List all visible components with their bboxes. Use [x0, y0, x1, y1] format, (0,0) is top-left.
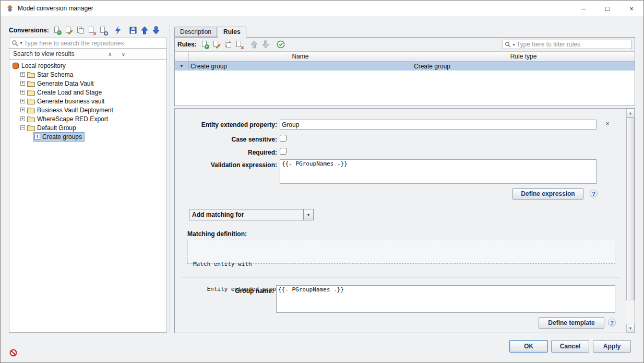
repository-search-box: ▼ [9, 38, 167, 49]
tree-item-create-groups[interactable]: T Create groups [9, 132, 166, 141]
app-icon [6, 4, 14, 13]
window-title: Model conversion manager [18, 5, 93, 12]
help-expression-icon[interactable]: ? [590, 190, 598, 197]
add-conversion-button[interactable]: + [52, 25, 62, 36]
rules-filter-input[interactable] [517, 41, 630, 48]
tree-expander-icon[interactable]: + [20, 72, 25, 77]
matching-definition-line1: Match entity with [193, 260, 610, 268]
case-sensitive-checkbox[interactable] [280, 135, 287, 142]
rule-move-up-button[interactable] [249, 39, 259, 50]
repository-tree: Local repository + Star Schema + Generat… [9, 60, 167, 333]
column-header-selector [175, 52, 189, 61]
tree-expander-icon[interactable]: − [20, 125, 25, 130]
tree-expander-icon[interactable]: + [20, 99, 25, 103]
tree-item-generate-data-vault[interactable]: + Generate Data Vault [9, 79, 166, 88]
tree-item-business-vault-deployment[interactable]: + Business Vault Deployment [9, 106, 166, 114]
tree-item-label: Business Vault Deployment [37, 107, 113, 114]
case-sensitive-label: Case sensitive: [175, 136, 277, 143]
tree-expander-icon[interactable]: + [20, 116, 25, 121]
scroll-up-button[interactable]: ▲ [626, 109, 635, 118]
conversions-label: Conversions: [9, 27, 49, 34]
search-icon [11, 40, 18, 46]
move-conversion-up-button[interactable] [139, 25, 150, 36]
apply-button[interactable]: Apply [593, 340, 631, 353]
tree-expander-icon[interactable]: + [20, 81, 25, 86]
collapse-chevron-down-icon[interactable]: ∨ [122, 51, 125, 57]
cancel-button[interactable]: Cancel [551, 340, 589, 353]
matching-definition-box: Match entity with Entity extended proper… [187, 240, 615, 264]
clear-property-icon[interactable]: × [604, 120, 611, 128]
required-checkbox[interactable] [280, 148, 287, 155]
search-results-header[interactable]: Search to view results ∧ ∨ [9, 49, 167, 60]
group-name-textarea[interactable]: {{- PGroupNames -}} [276, 285, 615, 313]
tree-item-local-repository[interactable]: Local repository [9, 61, 166, 70]
tab-rules[interactable]: Rules [218, 27, 246, 38]
validate-rules-button[interactable] [276, 39, 286, 50]
tab-description[interactable]: Description [174, 27, 217, 37]
folder-icon [27, 71, 35, 78]
validation-expression-textarea[interactable]: {{- PGroupNames -}} [280, 159, 597, 184]
tree-expander-icon[interactable]: + [20, 108, 25, 112]
column-header-rule-type[interactable]: Rule type [412, 52, 635, 61]
collapse-chevron-up-icon[interactable]: ∧ [108, 51, 112, 57]
tree-item-label: Local repository [21, 62, 66, 69]
matching-definition-label: Matching definition: [187, 230, 247, 238]
help-template-icon[interactable]: ? [608, 319, 616, 326]
scroll-down-button[interactable]: ▼ [626, 324, 635, 333]
minimize-button[interactable]: – [571, 1, 595, 16]
delete-conversion-button[interactable]: × [86, 25, 97, 36]
rules-toolbar: Rules: + × [175, 38, 635, 51]
blocked-status-icon [9, 349, 17, 357]
edit-conversion-button[interactable] [63, 25, 74, 36]
column-header-name[interactable]: Name [189, 52, 412, 61]
tree-item-default-group[interactable]: − Default Group [9, 123, 166, 132]
entity-property-label: Entity extended property: [175, 121, 277, 128]
filter-options-chevron-icon[interactable]: ▼ [512, 43, 516, 46]
tree-item-generate-business-vault[interactable]: + Generate business vault [9, 97, 166, 106]
check-circle-icon [277, 40, 285, 49]
entity-property-input[interactable] [280, 120, 597, 130]
arrow-down-disabled-icon [261, 40, 270, 49]
move-conversion-down-button[interactable] [151, 25, 161, 36]
table-row[interactable]: ▼ Create group Create group [175, 62, 635, 71]
repository-icon [12, 62, 19, 69]
cell-name: Create group [189, 62, 412, 71]
save-icon [129, 26, 137, 34]
edit-rule-button[interactable] [211, 39, 221, 50]
search-options-chevron-icon[interactable]: ▼ [19, 41, 23, 45]
copy-conversion-button[interactable] [75, 25, 85, 36]
tree-item-label: Create Load and Stage [37, 89, 102, 96]
copy-rule-button[interactable] [222, 39, 233, 50]
search-results-label: Search to view results [13, 50, 74, 57]
tree-item-label: Create groups [42, 133, 82, 140]
tree-selection: T Create groups [33, 133, 84, 141]
filter-search-icon [505, 41, 511, 48]
define-template-button[interactable]: Define template [539, 317, 604, 329]
define-expression-button[interactable]: Define expression [512, 188, 583, 200]
add-rule-button[interactable]: + [199, 39, 210, 50]
close-button[interactable]: × [619, 1, 643, 16]
delete-icon: × [87, 26, 96, 34]
detail-scrollbar[interactable]: ▲ ▼ [626, 109, 635, 333]
tree-expander-icon[interactable]: + [20, 90, 25, 95]
add-matching-value: Add matching for [189, 209, 303, 220]
delete-rule-button[interactable]: × [234, 39, 244, 50]
repository-search-input[interactable] [24, 40, 164, 47]
section-divider [181, 277, 621, 277]
tree-item-star-schema[interactable]: + Star Schema [9, 70, 166, 79]
rule-detail-panel: Entity extended property: × Case sensiti… [174, 108, 635, 333]
copy-icon [76, 26, 84, 34]
maximize-button[interactable]: □ [595, 1, 619, 16]
rules-panel: Rules: + × [174, 37, 635, 106]
edit-icon [212, 40, 220, 49]
tree-item-create-load-and-stage[interactable]: + Create Load and Stage [9, 88, 166, 97]
find-conversion-button[interactable] [98, 25, 108, 36]
scrollbar-thumb[interactable] [626, 118, 635, 300]
tree-item-wherescape-red-export[interactable]: + WhereScape RED Export [9, 114, 166, 123]
save-conversions-button[interactable] [128, 25, 138, 36]
run-conversion-button[interactable] [113, 25, 123, 36]
add-matching-select[interactable]: Add matching for ▼ [189, 209, 314, 220]
ok-button[interactable]: OK [509, 340, 548, 353]
rule-move-down-button[interactable] [260, 39, 271, 50]
panel-splitter[interactable] [170, 25, 170, 333]
